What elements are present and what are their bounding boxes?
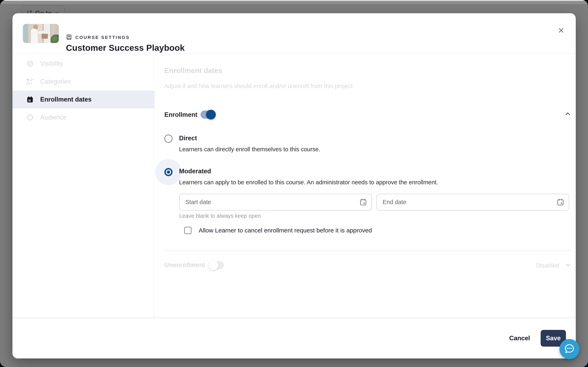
chat-fab-button[interactable] — [559, 339, 579, 359]
sidebar-item-label: Visibility — [40, 60, 63, 67]
start-date-input[interactable] — [179, 194, 372, 210]
course-settings-modal: COURSE SETTINGS Customer Success Playboo… — [12, 13, 576, 359]
date-helper-text: Leave blank to always keep open — [179, 213, 261, 219]
modal-body: Visibility Categories — [12, 53, 576, 318]
chat-bubble-icon — [564, 343, 575, 355]
radio-moderated-description: Learners can apply to be enrolled to thi… — [179, 179, 438, 186]
modal-eyebrow: COURSE SETTINGS — [75, 35, 130, 40]
chevron-up-icon[interactable] — [564, 110, 571, 118]
section-title: Enrollment dates — [164, 67, 222, 75]
modal-footer: Cancel Save — [12, 318, 576, 359]
calendar-icon — [26, 96, 34, 103]
course-thumbnail — [23, 24, 59, 43]
chevron-down-icon[interactable] — [564, 261, 572, 269]
book-icon — [66, 34, 72, 41]
sidebar-item-label: Audience — [40, 114, 67, 121]
sidebar-item-enrollment-dates[interactable]: Enrollment dates — [12, 91, 154, 108]
settings-main-panel: Enrollment dates Adjust if and how learn… — [155, 53, 576, 318]
start-date-field — [179, 194, 372, 210]
unenrollment-toggle[interactable] — [209, 261, 224, 269]
cancel-button[interactable]: Cancel — [507, 331, 532, 346]
enrollment-label: Enrollment — [164, 111, 198, 118]
radio-dot — [167, 170, 170, 174]
radio-direct-description: Learners can directly enroll themselves … — [179, 146, 320, 153]
cancel-request-row: Allow Learner to cancel enrollment reque… — [184, 227, 372, 234]
sidebar-item-label: Enrollment dates — [40, 96, 92, 103]
sidebar-item-audience[interactable]: Audience — [12, 108, 154, 126]
allow-cancel-checkbox[interactable] — [184, 227, 191, 234]
section-divider — [164, 250, 573, 251]
close-button[interactable] — [555, 25, 567, 36]
categories-icon — [26, 78, 34, 85]
radio-direct[interactable] — [164, 134, 173, 143]
unenrollment-label: Unenrollment — [164, 261, 205, 269]
modal-header: COURSE SETTINGS Customer Success Playboo… — [12, 13, 576, 53]
eye-icon — [26, 60, 34, 67]
date-inputs-row — [179, 194, 569, 210]
enrollment-toggle[interactable] — [200, 110, 215, 119]
settings-sidebar: Visibility Categories — [12, 53, 155, 318]
modal-title: Customer Success Playbook — [66, 43, 185, 53]
toggle-knob — [206, 110, 216, 119]
toggle-knob — [209, 260, 218, 270]
screen: Go to COURSE SETTINGS Customer Success P… — [0, 0, 588, 367]
radio-direct-label: Direct — [179, 134, 197, 142]
target-icon — [26, 114, 34, 121]
close-icon — [557, 27, 565, 35]
sidebar-item-visibility[interactable]: Visibility — [12, 55, 154, 73]
unenrollment-status: Disabled — [536, 262, 559, 269]
end-date-input[interactable] — [376, 194, 569, 210]
allow-cancel-label: Allow Learner to cancel enrollment reque… — [199, 227, 372, 234]
sidebar-item-categories[interactable]: Categories — [12, 73, 154, 91]
radio-moderated-label: Moderated — [179, 167, 211, 175]
section-description: Adjust if and how learners should enroll… — [164, 83, 354, 90]
background-page-header — [0, 0, 588, 4]
sidebar-item-label: Categories — [40, 78, 71, 85]
radio-moderated[interactable] — [164, 168, 173, 176]
end-date-field — [376, 194, 569, 210]
